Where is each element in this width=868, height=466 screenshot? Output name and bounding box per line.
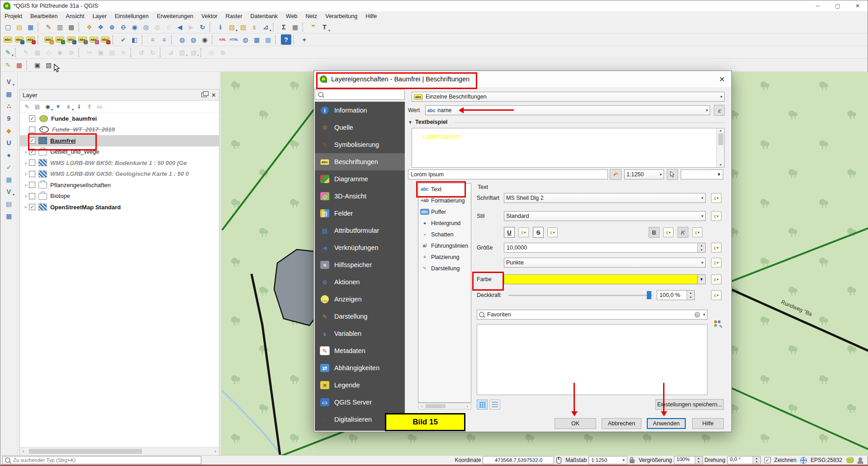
menu-einstellungen[interactable]: Einstellungen — [111, 11, 153, 21]
text-annotation-icon[interactable]: T▾ — [319, 22, 330, 33]
db-source-select-icon[interactable]: ≡ — [159, 34, 169, 45]
select-free-icon[interactable]: ▨▾ — [188, 47, 199, 57]
html-export-icon[interactable]: HTML — [229, 34, 239, 45]
dialog-tab-quelle[interactable]: ⚙Quelle — [315, 119, 405, 136]
metasearch-icon[interactable]: ◍ — [177, 34, 187, 45]
size-unit-combo[interactable]: Punkte▾ — [504, 258, 706, 268]
zoom-next-icon[interactable]: ▶ — [186, 22, 196, 33]
style-combo[interactable]: Standard▾ — [504, 211, 706, 221]
close-panel-icon[interactable]: ✕ — [211, 92, 216, 99]
layer-labeling-icon[interactable]: abc — [3, 34, 13, 45]
layer-checkbox[interactable] — [29, 171, 35, 177]
measure-icon[interactable]: ⊿▾ — [261, 22, 271, 33]
digitize-icon[interactable]: ◇ — [43, 47, 54, 57]
panel-splitter[interactable] — [219, 72, 221, 455]
table-manager-icon[interactable]: ▦ — [4, 211, 14, 221]
dialog-tab-anzeigen[interactable]: …Anzeigen — [315, 291, 405, 308]
dialog-tab-aktionen[interactable]: ⚙Aktionen — [315, 273, 405, 291]
map-theme-icon[interactable]: ✎ — [3, 60, 13, 71]
dialog-tab-beschriftungen[interactable]: abcBeschriftungen — [315, 153, 405, 170]
layer-checkbox[interactable]: ✓ — [29, 204, 35, 210]
grid-plain-icon[interactable]: ▦ — [263, 34, 273, 45]
expander-icon[interactable]: › — [23, 193, 29, 199]
dialog-tab-variablen[interactable]: εVariablen — [315, 325, 405, 342]
db-manager-icon[interactable]: ≡ — [147, 34, 158, 45]
highlight-pinned-labels-icon[interactable]: abc — [43, 34, 54, 45]
select-raster-region-icon[interactable]: ▧ — [43, 60, 54, 71]
layer-checkbox[interactable] — [29, 160, 35, 166]
pin-unpin-labels-icon[interactable]: abc — [55, 34, 65, 45]
collapse-arrow-icon[interactable]: ▼ — [408, 120, 413, 125]
icon-view-button[interactable] — [477, 400, 488, 410]
magnet-snap-icon[interactable]: U — [4, 137, 14, 148]
delete-selected-icon[interactable]: ✕ — [118, 47, 128, 57]
rotation-spinbox[interactable]: 0,0 °▲▼ — [727, 456, 761, 464]
expander-icon[interactable]: › — [23, 170, 29, 177]
list-view-button[interactable] — [489, 400, 500, 410]
menu-vektor[interactable]: Vektor — [197, 11, 221, 21]
sample-text-input[interactable]: Lorom Ipsum — [408, 169, 608, 179]
expander-icon[interactable]: › — [23, 148, 29, 155]
color-override-button[interactable]: ε▾ — [711, 274, 721, 284]
size-spinbox[interactable]: 10,0000 ▲▼ — [504, 243, 706, 253]
map-refresh-icon[interactable]: ↻ — [197, 22, 208, 33]
favorites-filter-combo[interactable]: Favoriten ✕ ▾ — [477, 310, 707, 320]
italic-button[interactable]: K — [678, 227, 688, 238]
move-label-icon[interactable]: abc — [77, 34, 88, 45]
geometry-check-icon[interactable]: ✔ — [118, 34, 128, 45]
maximize-button[interactable]: ▢ — [828, 0, 848, 11]
map-tips-icon[interactable]: ❞ — [308, 22, 318, 33]
cut-features-icon[interactable]: ✂ — [84, 47, 95, 57]
zoom-to-selection-icon[interactable]: ◍ — [152, 22, 162, 33]
layer-styling-icon[interactable]: ▩ — [14, 60, 24, 71]
label-tab-formatierung[interactable]: +abFormatierung — [418, 195, 471, 206]
menu-netz[interactable]: Netz — [302, 11, 322, 21]
show-hide-labels-icon[interactable]: abc — [66, 34, 76, 45]
preview-vscrollbar[interactable]: ▲▼ — [716, 128, 724, 167]
current-edits-icon[interactable]: ✎▾ — [3, 47, 13, 57]
undo-icon[interactable]: ↺ — [136, 47, 147, 57]
dialog-tab-hilfsspeicher[interactable]: ≡Hilfsspeicher — [315, 256, 405, 273]
kml-export-icon[interactable]: KML — [218, 34, 228, 45]
add-group-icon[interactable]: ▤ — [33, 102, 42, 112]
vector-tools-icon[interactable]: V▾ — [4, 186, 14, 197]
dialog-tab-legende[interactable]: ≡Legende — [315, 377, 405, 394]
layer-item-baumfrei[interactable]: ✓Baumfrei — [20, 135, 219, 146]
expander-icon[interactable]: › — [23, 204, 29, 210]
labeling-mode-combo[interactable]: abc Einzelne Beschriftungen▾ — [412, 92, 725, 102]
unit-override-button[interactable]: ε▾ — [711, 258, 721, 268]
vertex-editor-icon[interactable]: ∴ — [4, 101, 14, 111]
layer-item-funde-wt-2017-2019[interactable]: Funde_WT_2017_2019 — [20, 124, 219, 136]
font-combo[interactable]: MS Shell Dlg 2▾ — [504, 193, 706, 203]
save-project-icon[interactable]: ▦ — [25, 22, 36, 33]
select-features-icon[interactable]: ▧▾ — [227, 22, 237, 33]
pan-map-icon[interactable]: ❖ — [84, 22, 95, 33]
layer-item-openstreetmap-standard[interactable]: ›✓OpenStreetMap Standard — [20, 202, 219, 213]
style-override-button[interactable]: ε▾ — [711, 211, 721, 221]
layout-manager-icon[interactable]: ▩ — [66, 22, 76, 33]
rotate-label-icon[interactable]: abc — [89, 34, 99, 45]
tabs-hscrollbar[interactable]: ‹ › — [418, 403, 471, 410]
expression-builder-button[interactable]: ε — [714, 105, 725, 116]
geo-search-icon[interactable]: ◍ — [188, 34, 199, 45]
menu-hilfe[interactable]: Hilfe — [361, 11, 381, 21]
attribute-table-icon[interactable]: ▦ — [290, 22, 300, 33]
save-settings-button[interactable]: Einstellungen speichern... — [655, 399, 724, 410]
preview-background-combo[interactable]: ▼ — [681, 169, 723, 179]
grid-tools-icon[interactable]: ▦ — [251, 34, 262, 45]
lock-scale-icon[interactable] — [630, 459, 635, 463]
add-feature-icon[interactable]: ◆ — [55, 47, 65, 57]
dialog-tab-diagramme[interactable]: Diagramme — [315, 170, 405, 188]
menu-datenbank[interactable]: Datenbank — [247, 11, 282, 21]
label-tab-text[interactable]: abcText — [418, 184, 471, 195]
dialog-search-input[interactable] — [315, 89, 405, 100]
redo-icon[interactable]: ↻ — [147, 47, 158, 57]
coordinate-input[interactable]: 473568.7,5397532.0 — [483, 456, 554, 464]
magnifier-spinbox[interactable]: 100%▲▼ — [674, 456, 703, 464]
select-poly-icon[interactable]: ▧▾ — [177, 47, 187, 57]
dialog-tab-abh-ngigkeiten[interactable]: ⇄Abhängigkeiten — [315, 359, 405, 377]
underline-override-button[interactable]: ε▾ — [518, 227, 529, 237]
map-scale-pick-button[interactable] — [667, 169, 678, 180]
identify-features-icon[interactable]: ℹ — [215, 22, 226, 33]
single-label-icon[interactable]: abc — [14, 34, 24, 45]
